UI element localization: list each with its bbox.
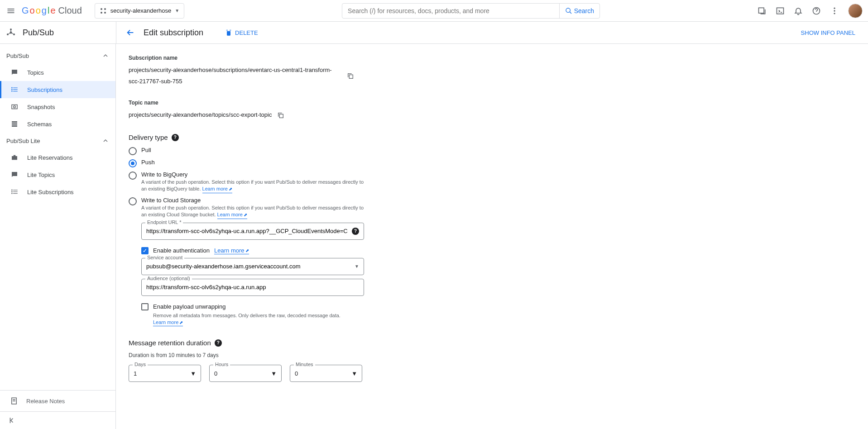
schema-icon bbox=[10, 120, 19, 128]
copy-icon[interactable] bbox=[347, 72, 354, 80]
chevron-down-icon: ▼ bbox=[175, 8, 179, 13]
external-link-icon: ⬈ bbox=[245, 248, 249, 253]
svg-rect-27 bbox=[12, 121, 17, 123]
subscription-name-value: projects/security-alexanderhose/subscrip… bbox=[129, 65, 341, 87]
project-picker[interactable]: security-alexanderhose ▼ bbox=[95, 3, 184, 19]
chevron-down-icon: ▼ bbox=[271, 370, 277, 377]
svg-point-4 bbox=[566, 8, 570, 12]
project-name: security-alexanderhose bbox=[110, 7, 171, 14]
svg-point-15 bbox=[10, 32, 12, 34]
sidebar-item-lite-subscriptions[interactable]: Lite Subscriptions bbox=[0, 183, 115, 200]
product-name: Pub/Sub bbox=[23, 28, 54, 38]
back-button[interactable] bbox=[125, 28, 135, 38]
page-title: Edit subscription bbox=[144, 28, 203, 38]
svg-rect-25 bbox=[12, 105, 17, 109]
search-input[interactable] bbox=[342, 7, 559, 14]
learn-more-link[interactable]: Learn more⬈ bbox=[217, 211, 247, 219]
sidebar-section-pubsub-lite[interactable]: Pub/Sub Lite bbox=[0, 133, 115, 149]
delete-button[interactable]: DELETE bbox=[225, 29, 258, 36]
svg-rect-40 bbox=[280, 114, 283, 118]
list-icon bbox=[10, 86, 19, 94]
svg-point-26 bbox=[14, 106, 16, 108]
help-icon[interactable]: ? bbox=[215, 339, 222, 347]
radio-push[interactable] bbox=[129, 159, 137, 167]
radio-pull[interactable] bbox=[129, 147, 137, 155]
feedback-icon[interactable] bbox=[758, 6, 767, 15]
help-icon[interactable]: ? bbox=[172, 134, 179, 141]
sidebar-item-lite-topics[interactable]: Lite Topics bbox=[0, 166, 115, 183]
radio-cloud-storage[interactable] bbox=[129, 197, 137, 205]
chevron-down-icon: ▼ bbox=[355, 264, 359, 269]
svg-point-2 bbox=[101, 12, 102, 14]
chat-icon bbox=[10, 171, 19, 179]
pubsub-icon bbox=[5, 27, 16, 38]
service-account-field[interactable]: Service account ▼ bbox=[141, 258, 364, 275]
chevron-up-icon bbox=[102, 137, 109, 144]
search-button[interactable]: Search bbox=[559, 4, 599, 18]
external-link-icon: ⬈ bbox=[229, 186, 232, 192]
svg-point-3 bbox=[104, 12, 106, 14]
chevron-down-icon: ▼ bbox=[190, 370, 196, 377]
payload-unwrap-checkbox[interactable] bbox=[141, 303, 149, 310]
svg-point-10 bbox=[834, 10, 835, 11]
topic-name-label: Topic name bbox=[129, 100, 364, 106]
audience-input[interactable] bbox=[146, 284, 359, 291]
learn-more-link[interactable]: Learn more⬈ bbox=[153, 319, 183, 326]
copy-icon[interactable] bbox=[277, 112, 284, 119]
svg-rect-29 bbox=[12, 125, 17, 127]
service-account-select[interactable] bbox=[146, 263, 355, 270]
release-notes-link[interactable]: Release Notes bbox=[0, 390, 115, 411]
svg-rect-31 bbox=[11, 191, 12, 192]
document-icon bbox=[10, 397, 18, 405]
svg-point-1 bbox=[104, 8, 106, 10]
svg-rect-28 bbox=[12, 124, 17, 125]
sidebar-item-lite-reservations[interactable]: Lite Reservations bbox=[0, 149, 115, 166]
svg-rect-35 bbox=[13, 193, 18, 194]
svg-rect-33 bbox=[13, 190, 18, 191]
topic-name-value: projects/security-alexanderhose/topics/s… bbox=[129, 110, 272, 121]
external-link-icon: ⬈ bbox=[244, 212, 247, 218]
learn-more-link[interactable]: Learn more⬈ bbox=[214, 247, 249, 254]
help-icon[interactable]: ? bbox=[352, 228, 359, 235]
show-info-panel-button[interactable]: SHOW INFO PANEL bbox=[801, 29, 855, 36]
svg-rect-30 bbox=[11, 190, 12, 191]
avatar[interactable] bbox=[848, 4, 863, 18]
snapshot-icon bbox=[10, 103, 19, 111]
sidebar-section-pubsub[interactable]: Pub/Sub bbox=[0, 48, 115, 64]
endpoint-url-field: Endpoint URL * ? bbox=[141, 223, 364, 240]
svg-rect-23 bbox=[13, 89, 18, 90]
audience-field: Audience (optional) bbox=[141, 279, 364, 296]
delivery-type-heading: Delivery type bbox=[129, 133, 168, 141]
svg-point-11 bbox=[834, 13, 835, 14]
chat-icon bbox=[10, 68, 19, 76]
svg-rect-22 bbox=[13, 88, 18, 88]
svg-point-13 bbox=[7, 33, 9, 35]
search-bar: Search bbox=[342, 3, 600, 19]
hours-select[interactable]: Hours 0 ▼ bbox=[209, 365, 282, 382]
svg-line-17 bbox=[9, 33, 10, 34]
svg-rect-21 bbox=[11, 91, 12, 91]
chevron-up-icon bbox=[102, 52, 109, 59]
minutes-select[interactable]: Minutes 0 ▼ bbox=[290, 365, 362, 382]
gcp-logo[interactable]: Google Cloud bbox=[22, 5, 82, 16]
radio-bigquery[interactable] bbox=[129, 172, 137, 180]
svg-point-12 bbox=[10, 29, 12, 30]
help-icon[interactable] bbox=[812, 6, 821, 15]
sidebar-item-topics[interactable]: Topics bbox=[0, 64, 115, 81]
external-link-icon: ⬈ bbox=[179, 319, 183, 326]
retention-hint: Duration is from 10 minutes to 7 days bbox=[129, 352, 364, 358]
sidebar-item-schemas[interactable]: Schemas bbox=[0, 115, 115, 133]
more-icon[interactable] bbox=[830, 6, 839, 15]
days-select[interactable]: Days 1 ▼ bbox=[129, 365, 201, 382]
collapse-sidebar-button[interactable] bbox=[0, 411, 115, 429]
list-icon bbox=[10, 188, 19, 196]
cloud-shell-icon[interactable] bbox=[776, 6, 785, 15]
endpoint-url-input[interactable] bbox=[146, 228, 352, 234]
enable-auth-checkbox[interactable]: ✓ bbox=[141, 247, 149, 254]
sidebar-item-subscriptions[interactable]: Subscriptions bbox=[0, 81, 115, 98]
notifications-icon[interactable] bbox=[794, 6, 803, 15]
sidebar-item-snapshots[interactable]: Snapshots bbox=[0, 98, 115, 115]
menu-icon[interactable] bbox=[5, 5, 16, 16]
svg-line-5 bbox=[570, 12, 571, 14]
learn-more-link[interactable]: Learn more⬈ bbox=[202, 186, 232, 193]
